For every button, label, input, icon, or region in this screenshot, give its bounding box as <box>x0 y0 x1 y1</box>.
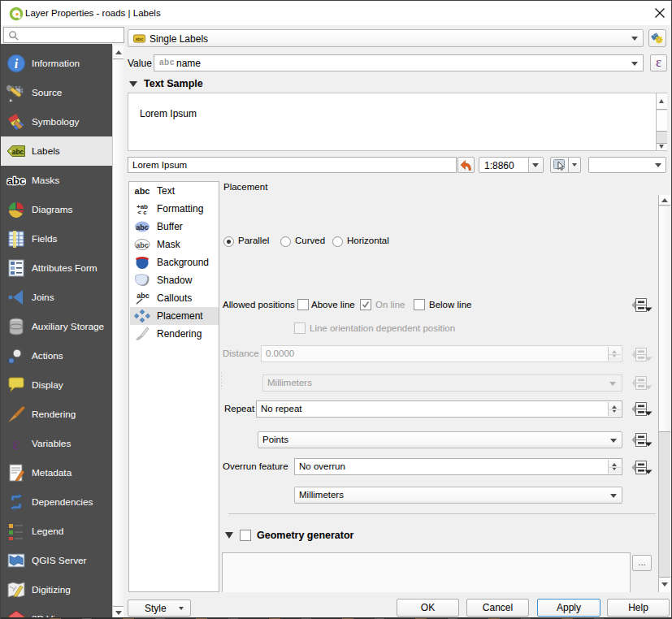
svg-text:abc: abc <box>135 186 150 196</box>
svg-text:abc: abc <box>135 37 144 41</box>
svg-text:abc: abc <box>7 175 25 187</box>
svg-text:< c: < c <box>137 209 147 216</box>
svg-text:abc: abc <box>136 241 149 249</box>
svg-text:ε: ε <box>13 434 20 453</box>
svg-text:abc: abc <box>137 292 150 300</box>
svg-text:abc: abc <box>12 148 24 156</box>
svg-text:abc: abc <box>136 223 149 232</box>
svg-text:i: i <box>15 57 19 71</box>
